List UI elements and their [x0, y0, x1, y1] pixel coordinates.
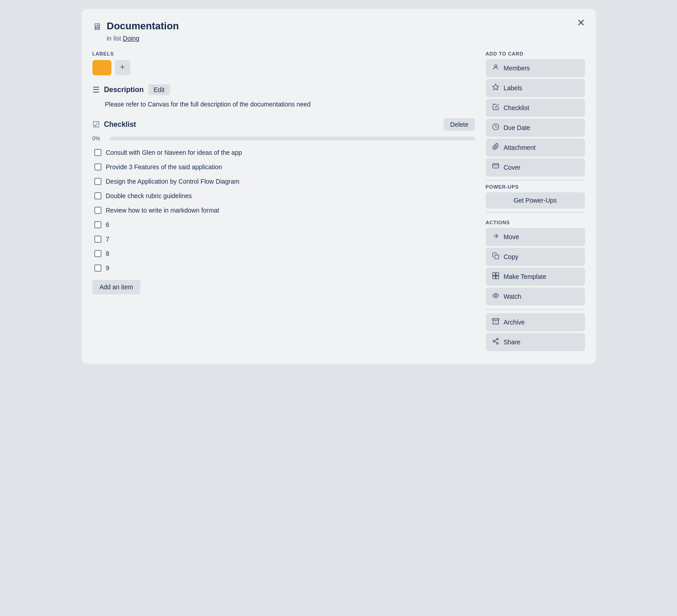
attachment-label: Attachment — [504, 144, 536, 151]
checklist-item-text: Provide 3 Features of the said applicati… — [106, 163, 222, 171]
archive-label: Archive — [504, 319, 525, 326]
header-text: Documentation in list Doing — [107, 20, 585, 42]
modal-body: LABELS + ☰ Description Edit Please refer… — [92, 51, 585, 353]
due-date-label: Due Date — [504, 124, 530, 131]
description-title: Description — [104, 86, 144, 94]
members-button[interactable]: Members — [486, 59, 585, 77]
description-icon: ☰ — [92, 85, 100, 95]
checklist-item-text: Double check rubric guidelines — [106, 192, 192, 199]
archive-button[interactable]: Archive — [486, 313, 585, 331]
share-button[interactable]: Share — [486, 333, 585, 351]
labels-icon — [492, 83, 499, 93]
checklist-item-text: Review how to write in markdown format — [106, 207, 219, 214]
share-icon — [492, 338, 499, 347]
description-edit-button[interactable]: Edit — [148, 84, 170, 95]
checklist-item-checkbox[interactable] — [94, 236, 101, 243]
svg-rect-10 — [496, 276, 498, 278]
checklist-item-text: 6 — [106, 221, 110, 228]
progress-row: 0% — [92, 135, 475, 142]
checklist-item: 8 — [92, 247, 475, 260]
svg-point-11 — [495, 295, 497, 296]
svg-rect-7 — [493, 273, 495, 275]
description-header: ☰ Description Edit — [92, 84, 475, 95]
cover-label: Cover — [504, 164, 520, 171]
checklist-item-text: Design the Application by Control Flow D… — [106, 178, 239, 185]
checklist-delete-button[interactable]: Delete — [444, 118, 474, 131]
description-text: Please refer to Canvas for the full desc… — [105, 100, 475, 109]
make-template-label: Make Template — [504, 273, 547, 280]
labels-row: + — [92, 60, 475, 75]
checklist-item: 6 — [92, 218, 475, 231]
move-label: Move — [504, 233, 519, 241]
sidebar-divider-1 — [486, 180, 585, 181]
checklist-item-checkbox[interactable] — [94, 163, 101, 171]
checklist-item-checkbox[interactable] — [94, 221, 101, 228]
card-subtitle: in list Doing — [107, 35, 585, 42]
svg-point-0 — [494, 65, 497, 67]
label-chip-orange[interactable] — [92, 60, 111, 75]
copy-icon — [492, 252, 499, 261]
checklist-item-checkbox[interactable] — [94, 207, 101, 214]
members-icon — [492, 64, 499, 73]
watch-label: Watch — [504, 293, 521, 300]
svg-line-18 — [494, 339, 497, 341]
checklist-item-checkbox[interactable] — [94, 192, 101, 199]
labels-label: Labels — [504, 84, 522, 92]
svg-line-17 — [494, 342, 497, 343]
checklist-icon: ☑ — [92, 120, 100, 130]
cover-button[interactable]: Cover — [486, 158, 585, 176]
card-type-icon: 🖥 — [92, 22, 101, 32]
checklist-item-checkbox[interactable] — [94, 250, 101, 257]
labels-button[interactable]: Labels — [486, 79, 585, 97]
move-button[interactable]: Move — [486, 228, 585, 246]
attachment-icon — [492, 143, 499, 152]
move-icon — [492, 232, 499, 241]
checklist-item-text: 7 — [106, 236, 110, 243]
checklist-items: Consult with Glen or Naveen for ideas of… — [92, 146, 475, 274]
add-label-button[interactable]: + — [115, 60, 130, 75]
svg-rect-6 — [495, 255, 499, 259]
watch-button[interactable]: Watch — [486, 287, 585, 306]
checklist-item: Double check rubric guidelines — [92, 190, 475, 202]
subtitle-prefix: in list — [107, 35, 121, 42]
checklist-button[interactable]: Checklist — [486, 99, 585, 117]
actions-label: ACTIONS — [486, 220, 585, 225]
svg-rect-8 — [496, 273, 498, 275]
checklist-item: Consult with Glen or Naveen for ideas of… — [92, 146, 475, 159]
close-button[interactable]: ✕ — [573, 16, 589, 30]
main-content: LABELS + ☰ Description Edit Please refer… — [92, 51, 475, 353]
progress-bar-background — [110, 137, 475, 140]
svg-rect-9 — [493, 276, 495, 278]
sidebar: ADD TO CARD Members Labels Checklist — [486, 51, 585, 353]
checklist-item: Design the Application by Control Flow D… — [92, 175, 475, 188]
progress-percentage: 0% — [92, 135, 105, 142]
card-title: Documentation — [107, 20, 585, 33]
due-date-button[interactable]: Due Date — [486, 119, 585, 137]
add-checklist-item-button[interactable]: Add an item — [92, 280, 141, 294]
checklist-item-text: 8 — [106, 250, 110, 257]
members-label: Members — [504, 65, 530, 72]
modal-header: 🖥 Documentation in list Doing — [92, 20, 585, 42]
checklist-title: Checklist — [104, 120, 444, 129]
attachment-button[interactable]: Attachment — [486, 139, 585, 157]
checklist-side-icon — [492, 103, 499, 112]
card-modal: ✕ 🖥 Documentation in list Doing LABELS + — [82, 9, 596, 364]
checklist-item: 7 — [92, 233, 475, 245]
checklist-item-checkbox[interactable] — [94, 264, 101, 272]
svg-marker-1 — [493, 84, 498, 90]
copy-button[interactable]: Copy — [486, 248, 585, 266]
make-template-icon — [492, 272, 499, 281]
description-section: ☰ Description Edit Please refer to Canva… — [92, 84, 475, 109]
checklist-item-checkbox[interactable] — [94, 178, 101, 185]
svg-rect-12 — [492, 319, 499, 320]
checklist-item: 9 — [92, 262, 475, 274]
make-template-button[interactable]: Make Template — [486, 268, 585, 286]
checklist-item-checkbox[interactable] — [94, 149, 101, 156]
svg-point-16 — [497, 342, 498, 344]
watch-icon — [492, 292, 499, 301]
cover-icon — [492, 163, 499, 172]
list-link[interactable]: Doing — [123, 35, 139, 42]
checklist-item: Provide 3 Features of the said applicati… — [92, 161, 475, 173]
get-power-ups-label: Get Power-Ups — [514, 197, 557, 204]
get-power-ups-button[interactable]: Get Power-Ups — [486, 192, 585, 208]
